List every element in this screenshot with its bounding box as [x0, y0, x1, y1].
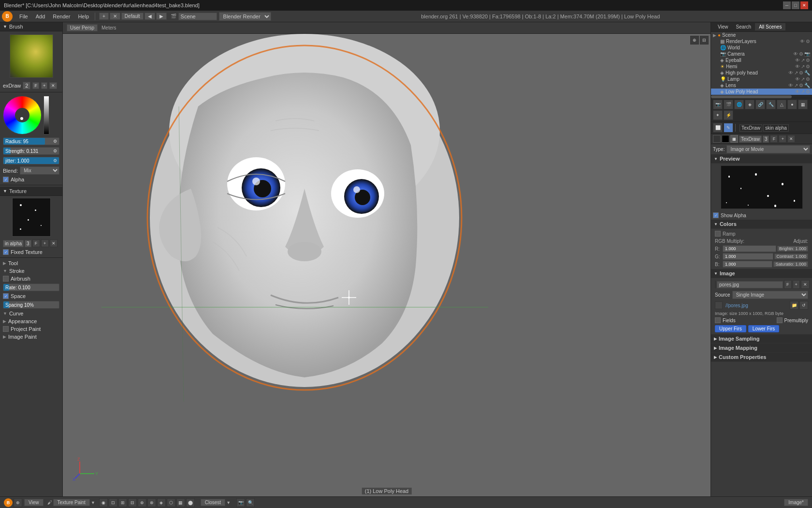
exdraw-plus-btn[interactable]: +: [41, 82, 47, 89]
tree-world[interactable]: 🌐 World: [711, 45, 812, 51]
preview-section-header[interactable]: ▼ Preview: [711, 154, 812, 164]
eyeball-cursor-icon[interactable]: ↗: [801, 58, 805, 63]
radius-slider[interactable]: Radius: 95 ⚙: [3, 137, 59, 145]
space-checkbox[interactable]: ✓: [3, 293, 9, 299]
colors-section-header[interactable]: ▼ Colors: [711, 220, 812, 229]
alpha-plus-btn[interactable]: +: [779, 135, 786, 143]
brighten-btn[interactable]: Brightn: 1.000: [777, 246, 808, 252]
blend-select[interactable]: Mix: [20, 166, 59, 175]
alpha-f-btn[interactable]: F: [770, 135, 778, 143]
brush-section-header[interactable]: ▼ Brush: [0, 22, 62, 31]
tree-high-poly-head[interactable]: ◈ High poly head 👁 ↗ ⚙ 🔧: [711, 70, 812, 76]
lowpoly-eye-icon[interactable]: 👁: [795, 89, 800, 94]
image-paint-row[interactable]: ▶ Image Paint: [0, 333, 62, 341]
tool-btn-8[interactable]: ⬡: [167, 498, 175, 507]
alpha-checkbox[interactable]: ✓: [3, 177, 9, 182]
appearance-row[interactable]: ▶ Appearance: [0, 317, 62, 325]
highpoly-settings-icon[interactable]: 🔧: [804, 70, 810, 75]
tree-lens[interactable]: ◈ Lens 👁 ↗ ⚙ 🔧: [711, 82, 812, 89]
show-alpha-checkbox[interactable]: ✓: [713, 212, 719, 218]
source-select[interactable]: Single Image: [732, 291, 808, 299]
lowpoly-render-icon[interactable]: ⚙: [806, 89, 810, 94]
premultiply-checkbox[interactable]: [777, 317, 783, 323]
fixed-texture-checkbox[interactable]: ✓: [3, 249, 9, 255]
stroke-row[interactable]: ▼ Stroke: [0, 267, 62, 275]
b-slider[interactable]: 1.000: [723, 261, 772, 268]
contrast-btn[interactable]: Contrast: 1.000: [774, 254, 808, 259]
spacing-slider[interactable]: Spacing 10%: [3, 301, 59, 309]
tree-low-poly-head[interactable]: ◈ Low Poly Head 👁 ↗ ⚙: [711, 89, 812, 95]
menu-file[interactable]: File: [15, 13, 32, 20]
outliner-tab-search[interactable]: Search: [732, 23, 755, 30]
in-alpha-plus-btn[interactable]: +: [41, 239, 49, 247]
prop-btn-render[interactable]: 📷: [713, 100, 723, 109]
curve-row[interactable]: ▼ Curve: [0, 310, 62, 317]
prop-btn-constraints[interactable]: 🔗: [755, 100, 765, 109]
color-indicator-2[interactable]: [722, 135, 729, 143]
tree-lamp[interactable]: 💡 Lamp 👁 ↗ ⚙: [711, 76, 812, 82]
tree-scene[interactable]: ▶ ● Scene: [711, 32, 812, 38]
saturatio-btn[interactable]: Saturatio: 1.000: [773, 261, 808, 267]
cam-btn-2[interactable]: 🔍: [246, 498, 255, 507]
fields-checkbox[interactable]: [715, 317, 721, 323]
prop-btn-data[interactable]: △: [777, 100, 786, 109]
r-slider[interactable]: 1.000: [723, 245, 776, 252]
maximize-button[interactable]: □: [792, 1, 799, 9]
lens-eye-icon[interactable]: 👁: [788, 83, 793, 88]
image-path-label[interactable]: //pores.jpg: [724, 302, 750, 309]
statusbar-global-btn[interactable]: ⊕: [14, 498, 22, 507]
head-render[interactable]: ⊕ ⊟ Y Z X: [63, 34, 710, 496]
image-plus-btn[interactable]: +: [793, 280, 800, 289]
prop-btn-particles[interactable]: ✦: [713, 110, 723, 120]
closest-btn[interactable]: Closest: [201, 499, 225, 506]
layout-add-btn[interactable]: +: [99, 13, 109, 20]
jitter-slider[interactable]: jitter: 1.000 ⚙: [3, 157, 59, 164]
prop-btn-object[interactable]: ◈: [745, 100, 754, 109]
color-indicator-3[interactable]: ▦: [730, 135, 738, 143]
in-alpha-f-btn[interactable]: F: [32, 239, 40, 247]
lamp-cursor-icon[interactable]: ↗: [801, 76, 805, 82]
ramp-checkbox[interactable]: [715, 231, 721, 237]
path-browse-btn[interactable]: 📁: [790, 301, 798, 310]
hemi-render-icon[interactable]: ⚙: [806, 64, 810, 69]
custom-properties-header[interactable]: ▶ Custom Properties: [711, 353, 812, 362]
brightness-slider[interactable]: [44, 96, 49, 134]
tool-btn-9[interactable]: ▦: [176, 498, 185, 507]
layout-del-btn[interactable]: ✕: [110, 13, 120, 20]
layout-prev[interactable]: ◀: [145, 13, 155, 20]
layout-name[interactable]: Default: [121, 13, 144, 20]
camera-restrict-icon[interactable]: ⚙: [799, 51, 803, 57]
tool-btn-2[interactable]: ⊡: [109, 498, 117, 507]
layout-next[interactable]: ▶: [156, 13, 167, 20]
lamp-render-icon[interactable]: ⚙: [806, 76, 810, 82]
tool-btn-3[interactable]: ⊞: [118, 498, 127, 507]
hemi-eye-icon[interactable]: 👁: [795, 64, 800, 69]
exdraw-f-btn[interactable]: F: [32, 82, 39, 89]
image-sampling-header[interactable]: ▶ Image Sampling: [711, 334, 812, 344]
eyeball-settings-icon[interactable]: ⚙: [806, 58, 810, 63]
highpoly-cursor-icon[interactable]: ↗: [794, 70, 798, 75]
prop-btn-2-1[interactable]: ⬜: [713, 123, 723, 133]
viewport-corner-btn-1[interactable]: ⊕: [690, 36, 699, 45]
outliner-tab-all-scenes[interactable]: All Scenes: [755, 23, 785, 30]
color-indicator-1[interactable]: [713, 135, 721, 143]
prop-btn-world[interactable]: 🌐: [734, 100, 744, 109]
tool-btn-5[interactable]: ⊕: [138, 498, 146, 507]
tree-renderlayers[interactable]: ▦ RenderLayers 👁 ⚙: [711, 38, 812, 45]
prop-btn-scene[interactable]: 🎬: [724, 100, 733, 109]
tree-camera[interactable]: 📷 Camera 👁 ⚙ 📷: [711, 51, 812, 57]
path-reload-btn[interactable]: ↺: [799, 301, 808, 310]
viewport-content[interactable]: ⊕ ⊟ Y Z X (1) Low Poly Head: [63, 34, 710, 496]
menu-add[interactable]: Add: [32, 13, 49, 20]
mode-select-btn[interactable]: Texture Paint: [53, 499, 90, 506]
scene-input[interactable]: [178, 13, 217, 20]
tool-btn-4[interactable]: ⊟: [128, 498, 137, 507]
type-select[interactable]: Image or Movie: [726, 145, 810, 153]
alpha-x-btn[interactable]: ✕: [787, 135, 795, 143]
exdraw-x-btn[interactable]: ✕: [49, 82, 57, 89]
prop-btn-modifiers[interactable]: 🔧: [766, 100, 776, 109]
color-wheel[interactable]: [3, 96, 42, 134]
project-paint-checkbox[interactable]: [3, 326, 9, 332]
jitter-btn[interactable]: ⚙: [53, 158, 57, 163]
g-slider[interactable]: 1.000: [723, 253, 773, 260]
